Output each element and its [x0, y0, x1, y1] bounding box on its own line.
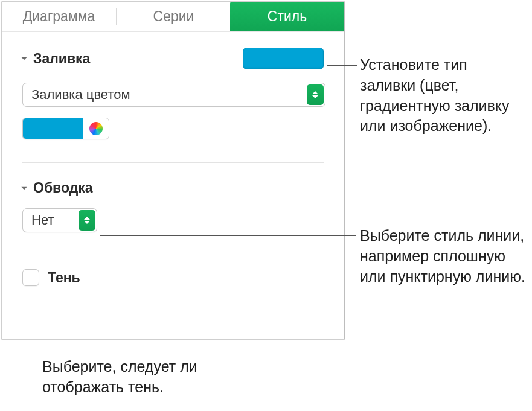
shadow-section: Тень: [2, 252, 344, 286]
fill-color-well[interactable]: [243, 48, 324, 69]
fill-color-swatch[interactable]: [22, 118, 83, 139]
tab-diagram[interactable]: Диаграмма: [2, 2, 116, 31]
color-wheel-icon: [89, 122, 103, 135]
fill-section-title: Заливка: [33, 51, 90, 67]
dropdown-stepper-icon: [307, 84, 324, 105]
shadow-label: Тень: [48, 270, 80, 286]
color-picker-button[interactable]: [83, 118, 109, 139]
stroke-section: Обводка Нет: [2, 163, 344, 249]
leader-line: [31, 314, 31, 352]
fill-type-dropdown[interactable]: Заливка цветом: [22, 83, 325, 107]
chevron-down-icon[interactable]: [19, 184, 30, 193]
style-inspector-panel: Диаграмма Серии Стиль Заливка Заливка цв…: [1, 1, 345, 340]
fill-type-value: Заливка цветом: [31, 87, 130, 103]
stroke-style-dropdown[interactable]: Нет: [22, 208, 97, 232]
callout-fill: Установите тип заливки (цвет, градиентну…: [360, 55, 523, 136]
leader-line: [327, 65, 357, 66]
stroke-style-value: Нет: [31, 212, 54, 228]
tab-series[interactable]: Серии: [117, 2, 231, 31]
leader-line: [31, 352, 38, 352]
callout-shadow: Выберите, следует ли отображать тень.: [42, 357, 254, 398]
inspector-tabs: Диаграмма Серии Стиль: [2, 2, 344, 32]
shadow-checkbox[interactable]: [22, 269, 39, 286]
dropdown-stepper-icon: [79, 210, 95, 231]
stroke-section-title: Обводка: [33, 180, 93, 196]
callout-stroke: Выберите стиль линии, например сплошную …: [360, 226, 529, 287]
chevron-down-icon[interactable]: [19, 54, 30, 63]
fill-section: Заливка Заливка цветом: [2, 32, 344, 160]
leader-line: [100, 235, 356, 236]
tab-style[interactable]: Стиль: [230, 2, 344, 31]
